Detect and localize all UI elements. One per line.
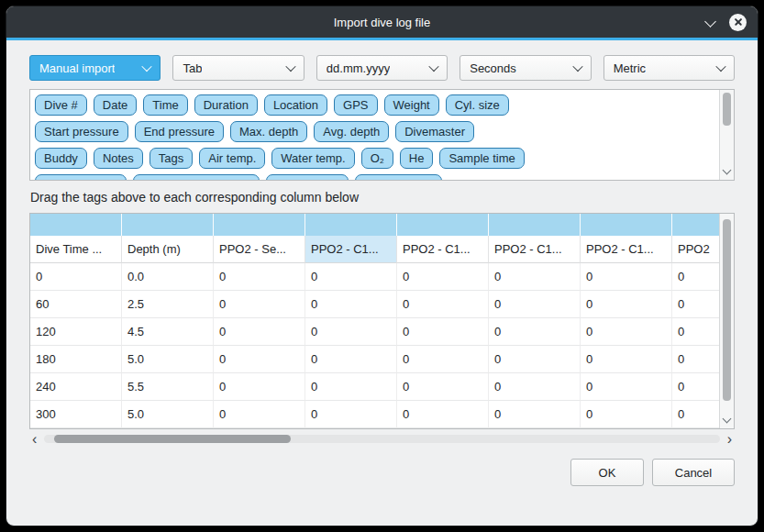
column-header[interactable]: PPO2 - Se...	[214, 236, 305, 263]
table-cell: 0	[214, 401, 305, 428]
cancel-button[interactable]: Cancel	[652, 459, 735, 486]
table-cell: 0	[581, 373, 672, 401]
tag-location[interactable]: Location	[264, 94, 327, 116]
table-cell: 0	[672, 373, 719, 401]
tag-sample-temperature[interactable]: Sample temperature	[133, 174, 260, 180]
close-icon[interactable]	[729, 14, 747, 31]
table-cell: 0	[581, 401, 672, 428]
table-cell: 60	[30, 291, 122, 318]
units-combo[interactable]: Metric	[603, 55, 735, 81]
combo-value: Metric	[614, 61, 646, 75]
drop-target-cell[interactable]	[489, 214, 581, 236]
tag-notes[interactable]: Notes	[94, 148, 143, 169]
table-cell: 0	[397, 263, 489, 291]
tag-water-temp[interactable]: Water temp.	[271, 148, 354, 169]
tag-row: Start pressureEnd pressureMax. depthAvg.…	[35, 121, 715, 142]
column-header[interactable]: PPO2 - C1...	[581, 236, 672, 263]
tag-dive[interactable]: Dive #	[35, 94, 87, 116]
instruction-text: Drag the tags above to each correspondin…	[30, 190, 735, 205]
tag-weight[interactable]: Weight	[384, 94, 439, 116]
table-cell: 0	[672, 346, 719, 373]
tag-tags[interactable]: Tags	[149, 148, 193, 169]
scrollbar-thumb[interactable]	[54, 435, 291, 443]
column-header[interactable]: Dive Time ...	[30, 236, 122, 263]
drop-target-cell[interactable]	[397, 214, 489, 236]
field-separator-combo[interactable]: Tab	[172, 55, 304, 81]
table-cell: 0	[489, 291, 581, 318]
tag-buddy[interactable]: Buddy	[35, 148, 87, 169]
tag-start-pressure[interactable]: Start pressure	[35, 121, 128, 142]
tag-pool-scrollbar[interactable]	[719, 90, 734, 180]
table-cell: 0	[305, 346, 397, 373]
scroll-down-icon[interactable]	[722, 415, 731, 424]
scroll-down-icon[interactable]	[722, 166, 731, 175]
drop-target-cell[interactable]	[30, 214, 122, 236]
table-cell: 0	[214, 263, 305, 291]
scrollbar-thumb[interactable]	[723, 219, 731, 401]
tag-time[interactable]: Time	[143, 94, 187, 116]
column-header[interactable]: PPO2 - C1...	[397, 236, 489, 263]
drop-target-cell[interactable]	[305, 214, 397, 236]
table-cell: 0	[214, 373, 305, 401]
table-cell: 120	[30, 318, 122, 346]
drop-target-cell[interactable]	[214, 214, 305, 236]
date-format-combo[interactable]: dd.mm.yyyy	[316, 55, 448, 81]
chevron-down-icon	[285, 61, 295, 72]
tag-avg-depth[interactable]: Avg. depth	[314, 121, 389, 142]
table-cell: 300	[30, 401, 122, 428]
column-header[interactable]: PPO2	[672, 236, 719, 263]
tag-pool: Dive #DateTimeDurationLocationGPSWeightC…	[29, 89, 735, 181]
window-title: Import dive log file	[334, 16, 431, 29]
table-cell: 0	[672, 401, 719, 428]
table-cell: 4.5	[122, 318, 214, 346]
column-header[interactable]: Depth (m)	[122, 236, 214, 263]
table-grid: Dive Time ...Depth (m)PPO2 - Se...PPO2 -…	[30, 214, 719, 428]
table-vertical-scrollbar[interactable]	[719, 214, 734, 428]
table-horizontal-scrollbar[interactable]: ‹ ›	[29, 432, 735, 446]
combo-value: dd.mm.yyyy	[327, 61, 390, 75]
tag-cyl-size[interactable]: Cyl. size	[446, 94, 509, 116]
tag-air-temp[interactable]: Air temp.	[199, 148, 265, 169]
table-row: 602.5000000	[30, 291, 719, 318]
preview-table: Dive Time ...Depth (m)PPO2 - Se...PPO2 -…	[29, 213, 735, 429]
tag-sample-cns[interactable]: Sample CNS	[355, 174, 442, 180]
drop-target-row	[30, 214, 719, 236]
titlebar[interactable]: Import dive log file	[6, 6, 758, 38]
tag-o[interactable]: O₂	[361, 148, 393, 169]
table-cell: 5.5	[122, 373, 214, 401]
table-cell: 0.0	[122, 263, 214, 291]
tag-divemaster[interactable]: Divemaster	[395, 121, 474, 142]
table-cell: 0	[305, 401, 397, 428]
import-mode-combo[interactable]: Manual import	[29, 55, 161, 81]
scroll-left-icon[interactable]: ‹	[29, 433, 39, 445]
drop-target-cell[interactable]	[122, 214, 214, 236]
table-cell: 180	[30, 346, 122, 373]
table-cell: 0	[489, 373, 581, 401]
scrollbar-track[interactable]	[44, 435, 719, 443]
tag-duration[interactable]: Duration	[194, 94, 258, 116]
table-row: 1805.0000000	[30, 346, 719, 373]
scrollbar-thumb[interactable]	[723, 93, 731, 126]
table-cell: 0	[489, 263, 581, 291]
tag-sample-po[interactable]: Sample pO₂	[266, 174, 349, 180]
drop-target-cell[interactable]	[672, 214, 719, 236]
duration-format-combo[interactable]: Seconds	[460, 55, 591, 81]
column-header[interactable]: PPO2 - C1...	[305, 236, 397, 263]
tag-row: Sample depthSample temperatureSample pO₂…	[35, 174, 715, 180]
chevron-down-icon	[572, 61, 582, 72]
table-row: 1204.5000000	[30, 318, 719, 346]
column-header[interactable]: PPO2 - C1...	[489, 236, 581, 263]
scroll-right-icon[interactable]: ›	[725, 433, 735, 445]
tag-sample-depth[interactable]: Sample depth	[35, 174, 127, 180]
drop-target-cell[interactable]	[581, 214, 672, 236]
tag-gps[interactable]: GPS	[334, 94, 377, 116]
tag-sample-time[interactable]: Sample time	[439, 148, 524, 169]
table-cell: 0	[397, 291, 489, 318]
chevron-down-icon[interactable]	[705, 17, 715, 28]
tag-max-depth[interactable]: Max. depth	[230, 121, 307, 142]
table-cell: 0	[305, 373, 397, 401]
tag-end-pressure[interactable]: End pressure	[135, 121, 224, 142]
tag-he[interactable]: He	[400, 148, 434, 169]
tag-date[interactable]: Date	[94, 94, 137, 116]
ok-button[interactable]: OK	[570, 459, 644, 486]
